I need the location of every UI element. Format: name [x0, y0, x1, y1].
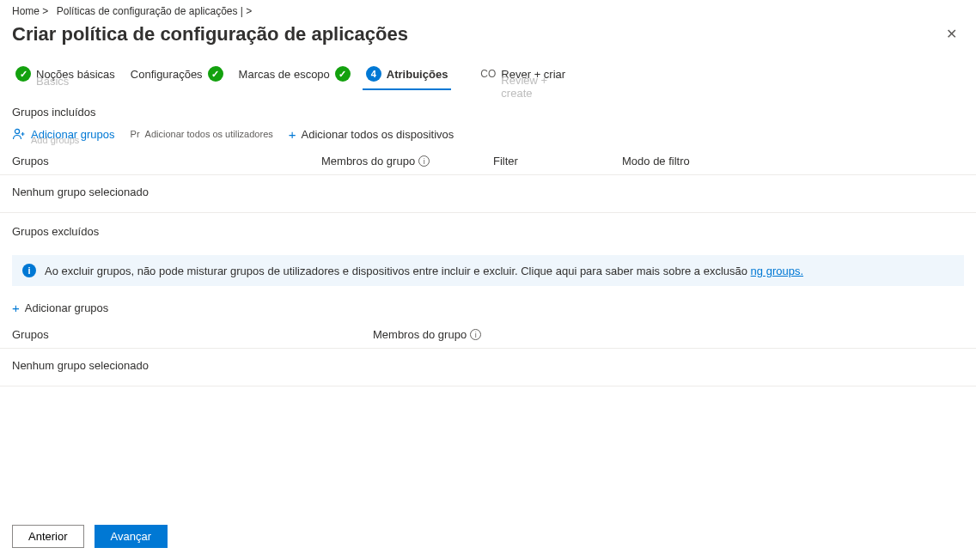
close-icon[interactable]: ✕	[939, 22, 964, 46]
col-members: Membros do grupo i	[373, 328, 964, 341]
excluded-actions: + Adicionar grupos	[0, 298, 976, 323]
add-groups-ghost: Add groups	[31, 135, 79, 145]
check-icon: ✓	[208, 66, 223, 82]
col-groups: Grupos	[12, 328, 373, 341]
banner-text: Ao excluir grupos, não pode misturar gru…	[45, 265, 747, 277]
exclusion-info-banner: i Ao excluir grupos, não pode misturar g…	[12, 255, 964, 286]
included-actions: Adicionar grupos Add groups Pr Adicionar…	[0, 124, 976, 149]
step-settings[interactable]: Configurações ✓	[127, 61, 227, 88]
breadcrumb: Home > Políticas de configuração de apli…	[0, 0, 976, 19]
included-table-header: Grupos Membros do grupo i Filter Modo de…	[0, 149, 976, 175]
add-all-devices-label: Adicionar todos os dispositivos	[302, 128, 454, 141]
step-basics-ghost: Basics	[36, 75, 69, 88]
step-assignments-label: Atribuições	[387, 68, 448, 81]
page-title: Criar política de configuração de aplica…	[12, 23, 408, 46]
check-icon: ✓	[15, 66, 31, 82]
check-icon: ✓	[335, 66, 351, 82]
add-all-users-button[interactable]: Pr Adicionar todos os utilizadores	[131, 129, 273, 139]
step-scope-label: Marcas de escopo	[239, 68, 330, 81]
col-filter: Filter	[493, 155, 622, 167]
col-members: Membros do grupo i	[321, 155, 493, 167]
col-groups: Grupos	[12, 155, 321, 167]
info-icon[interactable]: i	[470, 329, 481, 340]
plus-icon: +	[289, 128, 296, 141]
included-heading: Grupos incluídos	[0, 94, 976, 124]
add-groups-button[interactable]: Adicionar grupos Add groups	[12, 127, 115, 141]
info-icon: i	[22, 264, 36, 277]
wizard-footer: Anterior Avançar	[0, 516, 976, 560]
step-basics[interactable]: ✓ Noções básicas Basics	[12, 61, 119, 88]
add-users-prefix: Pr	[131, 129, 140, 139]
step-settings-label: Configurações	[131, 68, 203, 81]
svg-point-0	[15, 129, 19, 133]
next-button[interactable]: Avançar	[95, 525, 168, 548]
add-groups-excluded-button[interactable]: + Adicionar grupos	[12, 301, 108, 314]
add-groups-excluded-label: Adicionar grupos	[25, 301, 109, 314]
info-icon[interactable]: i	[418, 155, 430, 167]
excluded-empty-row: Nenhum grupo selecionado	[0, 349, 976, 387]
plus-icon: +	[12, 301, 20, 314]
add-all-devices-button[interactable]: + Adicionar todos os dispositivos	[289, 128, 454, 141]
breadcrumb-home[interactable]: Home >	[12, 5, 48, 17]
excluded-table-header: Grupos Membros do grupo i	[0, 323, 976, 349]
wizard-steps: ✓ Noções básicas Basics Configurações ✓ …	[0, 61, 976, 94]
step-assignments[interactable]: 4 Atribuições	[363, 61, 452, 88]
breadcrumb-parent[interactable]: Políticas de configuração de aplicações …	[57, 5, 253, 17]
person-plus-icon	[12, 127, 26, 141]
step-number-badge: 4	[366, 66, 381, 82]
col-mode: Modo de filtro	[622, 155, 964, 167]
banner-learn-more-link[interactable]: ng groups.	[751, 265, 803, 277]
add-all-users-label: Adicionar todos os utilizadores	[145, 129, 273, 139]
step-review-ghost: Review + create	[501, 74, 565, 100]
excluded-heading: Grupos excluídos	[0, 213, 976, 243]
included-empty-row: Nenhum grupo selecionado	[0, 175, 976, 213]
step-review-create[interactable]: CO Rever + criar Review + create	[477, 61, 569, 88]
previous-button[interactable]: Anterior	[12, 525, 84, 548]
step-prefix: CO	[480, 66, 496, 82]
step-scope-tags[interactable]: Marcas de escopo ✓	[235, 61, 354, 88]
